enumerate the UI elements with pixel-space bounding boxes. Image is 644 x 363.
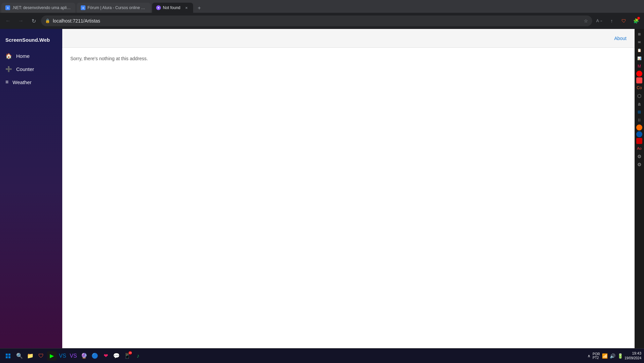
windows-icon [6, 354, 10, 358]
start-button[interactable] [3, 351, 13, 361]
keyboard-layout: PORPT2 [593, 352, 600, 360]
taskbar-discord[interactable]: 💬 [112, 351, 121, 361]
tab-1[interactable]: a .NET: desenvolvendo uma aplicaç... [1, 3, 75, 13]
top-nav: About [62, 29, 635, 48]
clock-date: 19/09/2024 [624, 356, 641, 361]
chevron-up-icon[interactable]: ∧ [587, 354, 591, 358]
reload-button[interactable]: ↻ [28, 15, 39, 26]
counter-icon: ➕ [5, 66, 12, 72]
clock-time: 19:43 [624, 351, 641, 356]
right-panel: ⊞ ✉ 📋 📊 M Co ⬡ a ⊞ ⁞⁞ Ao ⚙ ⚙ [635, 29, 644, 348]
right-icon-gear2[interactable]: ⚙ [636, 161, 643, 168]
taskbar-vs[interactable]: VS [58, 351, 67, 361]
taskbar-search[interactable]: 🔍 [15, 351, 24, 361]
address-bar-container: 🔒 ☆ [41, 15, 592, 26]
right-icon-2[interactable]: ✉ [636, 38, 643, 46]
sidebar-home-label: Home [16, 53, 30, 59]
taskbar-whatsapp[interactable]: 📱18 [122, 351, 132, 361]
secure-icon: 🔒 [45, 19, 50, 23]
tab-2-favicon: a [81, 5, 85, 10]
right-icon-grid[interactable]: ⊞ [636, 108, 643, 116]
translate-icon[interactable]: A→ [594, 15, 605, 26]
page-content: Sorry, there's nothing at this address. [62, 48, 635, 348]
forward-button[interactable]: → [15, 15, 26, 26]
sidebar-brand: ScreenSound.Web [0, 34, 62, 49]
volume-icon[interactable]: 🔊 [610, 353, 615, 359]
tab-3-favicon: ● [156, 5, 161, 10]
taskbar: 🔍 📁 🛡 ▶ VS VS 🔮 🔵 ❤ 💬 📱18 ♪ ∧ PORPT2 📶 🔊… [0, 348, 644, 363]
back-button[interactable]: ← [3, 15, 13, 26]
bookmark-icon[interactable]: ☆ [584, 18, 588, 24]
tab-3[interactable]: ● Not found ✕ [152, 3, 193, 13]
sidebar-item-counter[interactable]: ➕ Counter [0, 63, 62, 76]
new-tab-button[interactable]: + [194, 3, 204, 13]
nav-bar: ← → ↻ 🔒 ☆ A→ ↑ 🛡 🧩! [0, 13, 644, 29]
sidebar-item-home[interactable]: 🏠 Home [0, 49, 62, 63]
right-icon-settings[interactable]: ⚙ [636, 153, 643, 160]
taskbar-spotify[interactable]: ♪ [133, 351, 143, 361]
app-wrapper: ScreenSound.Web 🏠 Home ➕ Counter ≡ Weath… [0, 29, 644, 348]
right-icon-a[interactable]: a [636, 100, 643, 108]
taskbar-icon-7[interactable]: 🔮 [79, 351, 89, 361]
github-icon[interactable]: ⬡ [636, 92, 643, 100]
right-icon-1[interactable]: ⊞ [636, 30, 643, 38]
right-icon-orange[interactable] [636, 124, 642, 131]
brave-shield-icon[interactable]: 🛡 [618, 15, 629, 26]
right-icon-red2[interactable] [636, 138, 642, 144]
right-icon-6[interactable] [636, 71, 642, 77]
right-icon-blue[interactable] [636, 131, 642, 137]
tab-2[interactable]: a Fórum | Alura - Cursos online de te... [77, 3, 151, 13]
sidebar-counter-label: Counter [16, 66, 34, 72]
taskbar-icon-8[interactable]: 🔵 [90, 351, 100, 361]
tab-1-favicon: a [5, 5, 10, 10]
taskbar-files[interactable]: 📁 [26, 351, 35, 361]
taskbar-clock[interactable]: 19:43 19/09/2024 [624, 351, 641, 361]
browser-chrome: a .NET: desenvolvendo uma aplicaç... a F… [0, 0, 644, 29]
sidebar-item-weather[interactable]: ≡ Weather [0, 76, 62, 88]
right-icon-dots[interactable]: ⁞⁞ [636, 116, 643, 124]
home-icon: 🏠 [5, 53, 12, 59]
tab-bar: a .NET: desenvolvendo uma aplicaç... a F… [0, 0, 644, 13]
sidebar: ScreenSound.Web 🏠 Home ➕ Counter ≡ Weath… [0, 29, 62, 348]
right-icon-4[interactable]: 📊 [636, 55, 643, 62]
share-icon[interactable]: ↑ [606, 15, 617, 26]
sidebar-weather-label: Weather [12, 79, 31, 85]
tab-3-label: Not found [163, 5, 180, 10]
wifi-icon[interactable]: 📶 [602, 353, 608, 359]
taskbar-vs2[interactable]: VS [69, 351, 78, 361]
tab-3-close[interactable]: ✕ [184, 5, 189, 10]
right-icon-8[interactable]: Co [636, 84, 643, 92]
taskbar-icon-9[interactable]: ❤ [101, 351, 110, 361]
right-icon-5[interactable]: M [636, 63, 643, 70]
tab-2-label: Fórum | Alura - Cursos online de te... [87, 5, 147, 10]
battery-icon[interactable]: 🔋 [617, 353, 623, 359]
not-found-message: Sorry, there's nothing at this address. [70, 56, 627, 61]
system-tray: ∧ PORPT2 📶 🔊 🔋 [587, 352, 623, 360]
right-icon-3[interactable]: 📋 [636, 46, 643, 54]
nav-actions: A→ ↑ 🛡 🧩! [594, 15, 641, 26]
weather-icon: ≡ [5, 79, 8, 85]
taskbar-terminal[interactable]: ▶ [47, 351, 57, 361]
right-icon-7[interactable] [636, 77, 642, 83]
tab-1-label: .NET: desenvolvendo uma aplicaç... [12, 5, 71, 10]
extensions-icon[interactable]: 🧩! [631, 15, 641, 26]
about-link[interactable]: About [614, 36, 627, 41]
taskbar-brave[interactable]: 🛡 [36, 351, 46, 361]
main-content: About Sorry, there's nothing at this add… [62, 29, 635, 348]
right-icon-ao[interactable]: Ao [636, 145, 643, 152]
address-bar[interactable] [53, 18, 581, 24]
